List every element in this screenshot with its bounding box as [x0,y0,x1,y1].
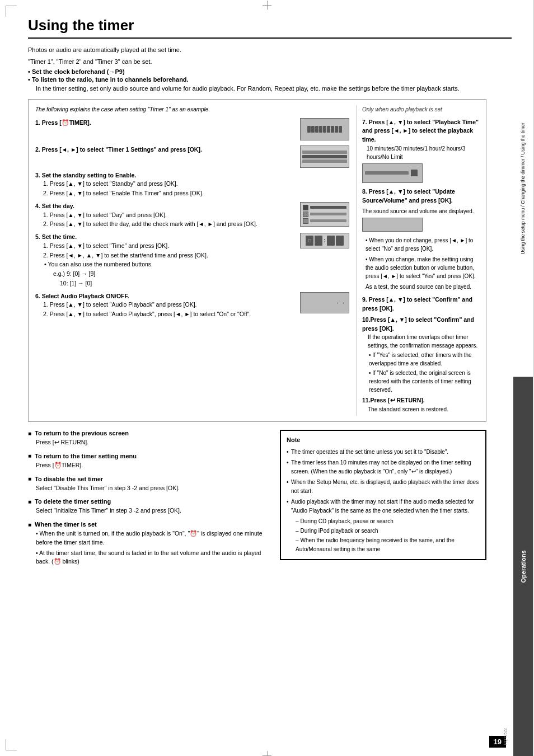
disable-timer-body: Select "Disable This Timer" in step 3 -2… [28,484,269,493]
instruction-box: The following explains the case when set… [28,99,486,422]
right-sidebar: Using the setup menu / Changing the dimm… [513,0,534,756]
note-sub-0: During CD playback, pause or search [287,517,480,526]
note-item-1: The timer less than 10 minutes may not b… [287,458,480,476]
note-box: Note The timer operates at the set time … [280,430,486,560]
return-previous-body: Press [↩ RETURN]. [28,438,269,447]
step-3: 3. Set the standby setting to Enable. 1.… [35,171,350,199]
step-5: 5. Set the time. 1. Press [▲, ▼] to sele… [35,233,350,289]
disable-timer-heading: To disable the set timer [28,476,269,482]
right-only-label: Only when audio playback is set [362,105,479,114]
note-sub-1: During iPod playback or search [287,527,480,536]
sidebar-top-text: Using the setup menu / Changing the dimm… [513,0,533,377]
return-previous-section: To return to the previous screen Press [… [28,430,269,447]
page-title: Using the timer [28,17,512,39]
intro-line2: "Timer 1", "Timer 2" and "Timer 3" can b… [28,57,512,67]
step-2: 2. Press [◄, ►] to select "Timer 1 Setti… [35,145,350,168]
instruction-note: The following explains the case when set… [35,105,350,114]
step-10: 10.Press [▲, ▼] to select "Confirm" and … [362,316,479,395]
return-timer-section: To return to the timer setting menu Pres… [28,453,269,470]
corner-mark-bl [6,739,17,750]
step-9: 9. Press [▲, ▼] to select "Confirm" and … [362,295,479,313]
return-timer-heading: To return to the timer setting menu [28,453,269,459]
note-box-area: Note The timer operates at the set time … [280,430,486,572]
note-item-2: When the Setup Menu, etc. is displayed, … [287,478,480,496]
return-previous-heading: To return to the previous screen [28,430,269,436]
return-timer-body: Press [⏰TIMER]. [28,461,269,470]
step-8: 8. Press [▲, ▼] to select "Update Source… [362,187,479,232]
intro-line1: Photos or audio are automatically played… [28,45,512,55]
note-item-3: Audio playback with the timer may not st… [287,497,480,515]
note-item-0: The timer operates at the set time unles… [287,448,480,457]
when-timer-set-section: When the timer is set • When the unit is… [28,521,269,566]
step-4: 4. Set the day. 1. Press [▲, ▼] to selec… [35,202,350,229]
right-bullet-2: • When you change, make the setting usin… [362,255,479,280]
delete-timer-body: Select "Initialize This Timer" in step 3… [28,506,269,515]
sidebar-operations-text: Operations [513,377,533,757]
right-bullet-1: • When you do not change, press [◄, ►] t… [362,236,479,253]
disable-timer-section: To disable the set timer Select "Disable… [28,476,269,493]
below-box: To return to the previous screen Press [… [28,430,486,572]
note-title: Note [287,435,480,445]
step-1: 1. Press [⏰TIMER]. [35,118,350,142]
when-timer-set-body1: • When the unit is turned on, if the aud… [28,529,269,566]
step-11: 11.Press [↩ RETURN]. The standard screen… [362,396,479,414]
when-timer-set-heading: When the timer is set [28,521,269,528]
corner-mark-tl [6,6,17,17]
doc-number: RQT9522 [503,728,507,745]
below-left: To return to the previous screen Press [… [28,430,269,572]
note-sub-2: When the radio frequency being received … [287,536,480,554]
step-6: 6. Select Audio Playback ON/OFF. 1. Pres… [35,292,350,320]
step-7: 7. Press [▲, ▼] to select "Playback Time… [362,118,479,183]
right-bullet-3: As a test, the sound source can be playe… [362,283,479,291]
delete-timer-section: To delete the timer setting Select "Init… [28,498,269,515]
bullet2: To listen to the radio, tune in to chann… [28,76,512,83]
bullet1: Set the clock beforehand (→P9) [28,68,512,75]
bullet2-detail: In the timer setting, set only audio sou… [28,84,512,93]
page: Using the setup menu / Changing the dimm… [0,0,534,756]
delete-timer-heading: To delete the timer setting [28,498,269,505]
